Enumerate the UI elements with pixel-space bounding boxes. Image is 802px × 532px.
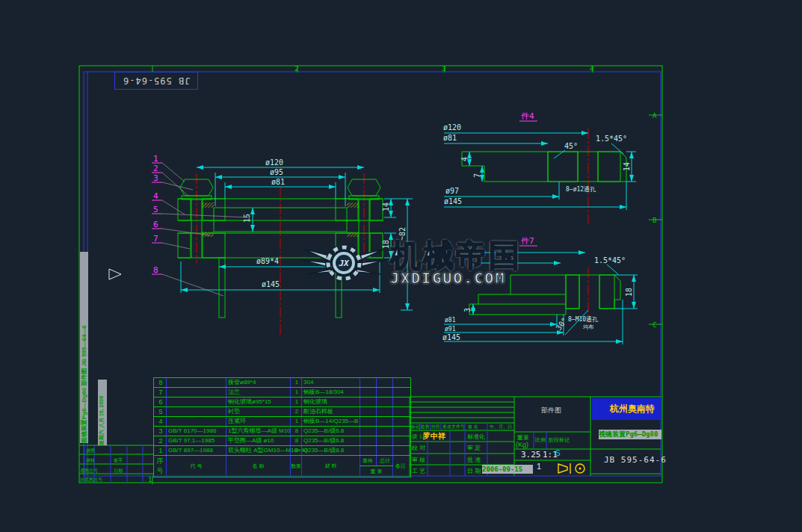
d7-dim-d145: ø145: [442, 333, 460, 341]
table-row[interactable]: 4 压紧环 1 钢板B—14/Q235—B: [154, 417, 410, 427]
bom-header-name: 名 称: [226, 456, 291, 476]
margin-strip-drawing-info[interactable]: 视镜装置Pg6—Dg80 部件图 JB 595—64—6: [80, 252, 88, 443]
bom-qty: 8: [291, 446, 302, 455]
rev-col-mark: 标记: [411, 424, 420, 430]
balloon-5: 5: [153, 205, 158, 214]
balloon-6: 6: [153, 220, 158, 229]
bom-header-remark: 备注: [393, 456, 408, 476]
bom-name: 平垫圈—A级 ø10: [226, 436, 291, 445]
scale-label: 比例: [535, 436, 546, 444]
d4-dim-45: 45°: [564, 142, 578, 150]
bom-code: [167, 417, 226, 426]
bom-material: 耐油石棉板: [302, 407, 360, 416]
table-row[interactable]: 2 GB/T 97.1—1985 平垫圈—A级 ø10 8 Q235—B/级6.…: [154, 436, 410, 446]
designer-signature: 罗中祥: [423, 431, 445, 442]
table-row[interactable]: 1 GB/T 897—1988 双头螺柱 A型GM10—M10×40 8 Q23…: [154, 446, 410, 456]
bom-name: 钢化玻璃ø95*15: [226, 398, 291, 406]
role-approve-review: 审 定: [467, 444, 481, 452]
role-date: 日 期: [467, 467, 481, 475]
projection-symbol-first-angle: [558, 463, 584, 474]
watermark-monogram: JX: [338, 259, 350, 268]
corner-label-trace: 描图: [86, 448, 95, 454]
bom-qty: 1: [291, 417, 302, 426]
bom-qty: 1: [291, 378, 302, 387]
balloon-4: 4: [153, 191, 158, 201]
d7-dim-d81: ø81: [445, 317, 456, 324]
bom-qty: 1: [291, 398, 302, 406]
dim-t15: 15: [243, 214, 251, 223]
corner-label-old-base-no: 旧底图总号: [80, 477, 102, 483]
bom-qty: 2: [291, 407, 302, 416]
bom-name: 压紧环: [226, 417, 291, 426]
watermark-brand: 机械帝国: [390, 241, 522, 270]
dim-d81: ø81: [271, 178, 285, 186]
bom-header-qty: 数量: [291, 456, 302, 476]
bom-code: GB/T 6170—1986: [167, 427, 226, 436]
std-number-mirrored: JB 595-64-6: [123, 75, 190, 86]
bom-no: 2: [154, 436, 167, 445]
bom-name: 双头螺柱 A型GM10—M10×40: [226, 446, 291, 455]
detail-view-part4[interactable]: 件4 ø120 ø81 4 7 45° 1.5*45° 14 ø9: [443, 111, 636, 224]
balloon-leaders: [162, 163, 249, 296]
role-check: 校 对: [412, 444, 425, 452]
cad-workspace[interactable]: 2 3 4 1 A B C: [0, 0, 802, 532]
bom-header-weight: 重 量: [371, 466, 383, 477]
bom-code: [167, 407, 226, 416]
table-row[interactable]: 6 钢化玻璃ø95*15 1 钢化玻璃: [154, 398, 410, 407]
zone-label-3: 3: [442, 65, 445, 72]
zone-label-4: 4: [590, 65, 593, 72]
bom-material: 304: [302, 378, 360, 387]
center-mark-triangle: [109, 269, 121, 279]
bom-name: 法兰: [226, 388, 291, 397]
margin-strip-plot-date[interactable]: 星期六 八月 15, 2009: [98, 380, 107, 445]
bom-header-unit: 单件: [360, 456, 377, 466]
dim-d145: ø145: [262, 280, 280, 288]
company-name: 杭州奥南特: [610, 403, 655, 415]
zone-label-A: A: [653, 112, 657, 120]
d4-dim-14: 14: [623, 162, 631, 171]
dim-d120: ø120: [265, 158, 283, 167]
zone-label-bottom-1: 1: [148, 476, 152, 483]
d7-dim-18: 18: [625, 288, 633, 297]
bom-qty: 1: [291, 388, 302, 397]
date-value-selected[interactable]: 2006-09-15: [482, 465, 533, 474]
product-name-selected[interactable]: 视镜装置Pg6—Dg80: [599, 430, 661, 439]
bom-code: [167, 378, 226, 387]
bom-table[interactable]: 8 接管ø89*4 1 304 7 法兰 1 钢板B—18/304 6 钢化玻璃…: [153, 377, 411, 477]
corner-label-base-no: 底图总号: [80, 468, 98, 474]
watermark-winged-gear-icon: JX: [302, 234, 386, 292]
d4-dim-chamfer: 1.5*45°: [596, 134, 627, 143]
role-process: 工 艺: [412, 467, 425, 475]
table-row[interactable]: 8 接管ø89*4 1 304: [154, 378, 410, 388]
watermark-domain: JXDIGUO.COM: [390, 270, 522, 286]
table-row[interactable]: 3 GB/T 6170—1986 1型六角螺母—A级 M10 8 Q235—B/…: [154, 427, 410, 436]
table-row[interactable]: 5 衬垫 2 耐油石棉板: [154, 407, 410, 417]
bom-no: 5: [154, 407, 167, 416]
d7-dim-dist: 均布: [582, 324, 594, 330]
balloon-8: 8: [153, 265, 158, 275]
bom-material: Q235—B/级8.8: [302, 446, 360, 455]
dim-pipe: ø89*4: [256, 257, 279, 265]
d4-dim-d120: ø120: [443, 123, 461, 132]
doc-type: 部件图: [541, 406, 561, 415]
weight-value: 3.25: [521, 450, 541, 460]
drawing-number: JB 595-64-6: [604, 455, 667, 465]
bom-material: 钢板B—18/304: [302, 388, 360, 397]
weight-unit: (Kg): [516, 441, 528, 448]
balloon-3: 3: [153, 173, 158, 183]
table-row[interactable]: 7 法兰 1 钢板B—18/304: [154, 388, 410, 398]
company-logo-bar: 杭州奥南特: [592, 398, 661, 420]
d4-dim-holes: 8—ø12通孔: [566, 185, 596, 193]
balloon-numbers: 1 2 3 4 5 6 7 8: [152, 154, 162, 275]
corner-label-date: 日期: [114, 468, 123, 474]
dim-d95: ø95: [270, 168, 283, 176]
bom-no: 3: [154, 427, 167, 436]
rev-col-docno: 更改文件号: [442, 424, 465, 430]
bom-material: 钢板B—14/Q235—B: [302, 417, 360, 426]
rev-col-zone: 分区: [431, 424, 440, 430]
d4-dim-7: 7: [473, 173, 481, 178]
bom-material: Q235—B/级6.8: [302, 427, 360, 436]
std-number-mirrored-box: JB 595-64-6: [114, 72, 198, 90]
watermark: JX 机械帝国 JXDIGUO.COM: [302, 230, 534, 296]
bom-no: 4: [154, 417, 167, 426]
